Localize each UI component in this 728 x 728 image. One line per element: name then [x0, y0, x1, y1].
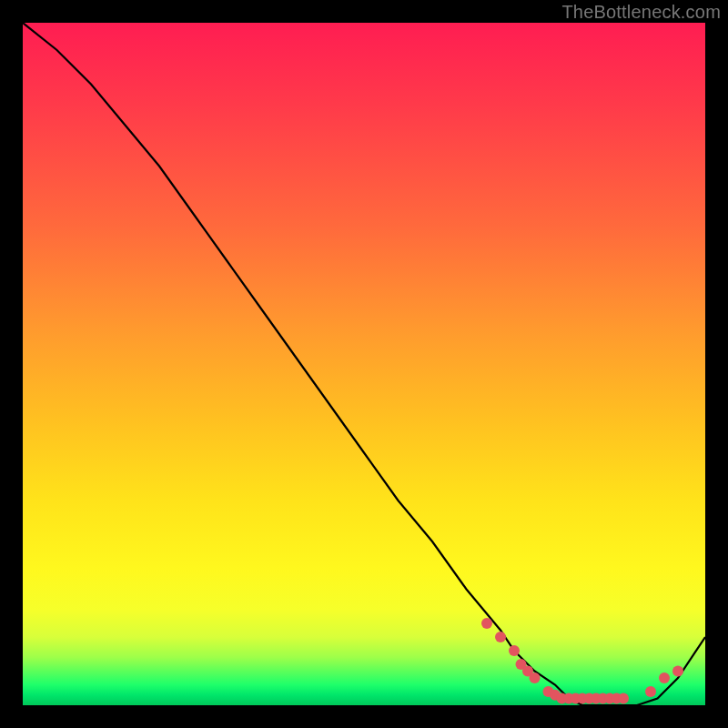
curve-marker	[557, 693, 568, 704]
curve-marker	[522, 666, 533, 677]
curve-marker	[571, 693, 581, 704]
curve-marker	[604, 693, 615, 704]
watermark-text: TheBottleneck.com	[561, 2, 721, 23]
chart-plot-area	[23, 23, 705, 705]
curve-marker	[516, 659, 527, 670]
chart-frame: TheBottleneck.com	[0, 0, 728, 728]
curve-marker	[598, 693, 609, 704]
curve-marker	[550, 690, 561, 701]
curve-marker	[563, 693, 574, 704]
curve-marker	[591, 693, 602, 704]
chart-svg	[23, 23, 705, 705]
curve-marker	[495, 632, 506, 642]
curve-marker	[612, 693, 622, 704]
curve-marker	[618, 693, 629, 704]
curve-marker	[481, 618, 492, 629]
curve-marker	[530, 672, 541, 683]
curve-marker	[659, 672, 670, 683]
curve-marker	[543, 686, 554, 697]
curve-marker	[509, 645, 520, 656]
curve-marker	[584, 693, 595, 704]
curve-marker	[645, 686, 656, 697]
curve-marker	[672, 666, 683, 677]
curve-marker	[577, 693, 588, 704]
curve-markers	[481, 618, 683, 704]
bottleneck-curve	[23, 23, 705, 705]
